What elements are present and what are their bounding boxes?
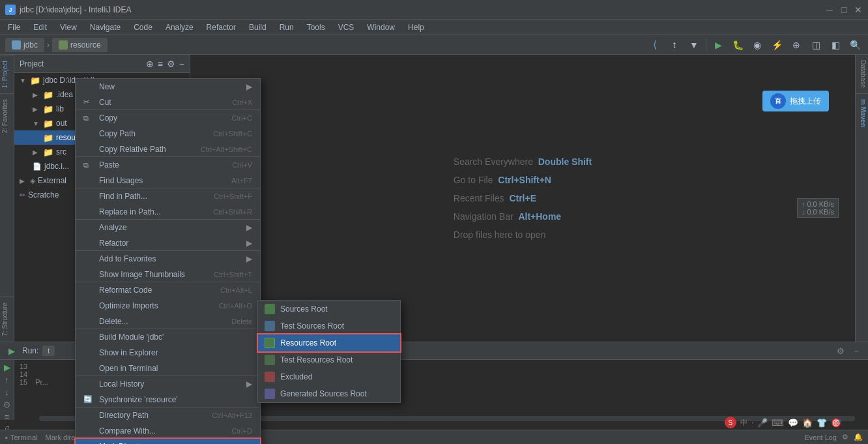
menu-view[interactable]: View <box>55 22 82 33</box>
toolbar-search-btn-3[interactable]: 🔍 <box>847 37 863 53</box>
resources-label: Resources Root <box>280 338 336 348</box>
panel-title: Project <box>20 59 142 68</box>
panel-collapse-btn[interactable]: ≡ <box>158 59 163 69</box>
test-resources-label: Test Resources Root <box>280 355 353 364</box>
ctx-cut[interactable]: ✂ Cut Ctrl+X <box>76 95 260 110</box>
ctx-copy-rel-path[interactable]: Copy Relative Path Ctrl+Alt+Shift+C <box>76 141 260 157</box>
hint4-label: Navigation Bar <box>454 211 514 222</box>
run-up-btn[interactable]: ↑ <box>1 375 14 385</box>
database-tab[interactable]: Database <box>856 55 868 94</box>
icon-s[interactable]: S <box>725 417 736 428</box>
toolbar-dropdown-btn[interactable]: ▼ <box>686 37 702 53</box>
toolbar-settings-btn[interactable]: t <box>667 37 682 53</box>
ctx-reformat[interactable]: Reformat Code Ctrl+Alt+L <box>76 282 260 298</box>
ctx-mark-dir[interactable]: ⧈ Mark Directory as ▶ <box>76 439 260 444</box>
submenu-excluded[interactable]: Excluded <box>258 368 400 385</box>
icon-dot[interactable]: · <box>751 419 753 426</box>
ctx-refactor[interactable]: Refactor ▶ <box>76 235 260 251</box>
icon-home[interactable]: 🏠 <box>802 418 813 428</box>
ctx-copy[interactable]: ⧉ Copy Ctrl+C <box>76 110 260 126</box>
ctx-terminal[interactable]: Open in Terminal <box>76 361 260 376</box>
close-button[interactable]: ✕ <box>854 5 863 14</box>
toolbar-search-btn-2[interactable]: ⊕ <box>788 37 804 53</box>
event-log-label[interactable]: Event Log <box>804 434 837 441</box>
icon-target[interactable]: 🎯 <box>831 418 841 428</box>
menu-edit[interactable]: Edit <box>28 22 52 33</box>
ctx-sync[interactable]: 🔄 Synchronize 'resource' <box>76 392 260 407</box>
menu-run[interactable]: Run <box>274 22 299 33</box>
menu-navigate[interactable]: Navigate <box>85 22 126 33</box>
toolbar-run-btn[interactable]: ▶ <box>710 37 726 53</box>
terminal-tab[interactable]: ▪ Terminal <box>5 434 37 441</box>
tab-jdbc-label: jdbc <box>23 40 38 50</box>
run-down-btn[interactable]: ↓ <box>1 387 14 397</box>
icon-shirt[interactable]: 👕 <box>817 418 827 428</box>
run-side-panel: ▶ ↑ ↓ ⊙ ≡ 🖨 <box>0 360 14 420</box>
menu-file[interactable]: File <box>3 22 25 33</box>
minimize-button[interactable]: ─ <box>825 5 834 14</box>
ctx-local-history[interactable]: Local History ▶ <box>76 376 260 392</box>
icon-chinese[interactable]: 中 <box>740 418 747 428</box>
folder-icon-2 <box>59 40 68 50</box>
icon-chat[interactable]: 💬 <box>788 418 798 428</box>
submenu-generated[interactable]: Generated Sources Root <box>258 385 400 402</box>
toolbar-build-btn[interactable]: ◫ <box>808 37 824 53</box>
ctx-paste[interactable]: ⧉ Paste Ctrl+V <box>76 157 260 173</box>
ctx-analyze[interactable]: Analyze ▶ <box>76 220 260 235</box>
toolbar-back-btn[interactable]: ⟨ <box>647 37 663 53</box>
left-sidebar: 1: Project 2: Favorites 7: Structure <box>0 55 14 342</box>
menu-window[interactable]: Window <box>362 22 400 33</box>
favorites-tab-left[interactable]: 2: Favorites <box>0 93 14 138</box>
maximize-button[interactable]: □ <box>839 5 848 14</box>
external-label: External <box>38 176 66 185</box>
menu-vcs[interactable]: VCS <box>333 22 360 33</box>
ctx-optimize[interactable]: Optimize Imports Ctrl+Alt+O <box>76 298 260 314</box>
run-record-btn[interactable]: ⊙ <box>1 400 14 409</box>
run-settings-btn[interactable]: ⚙ <box>834 344 847 357</box>
structure-tab-left[interactable]: 7: Structure <box>0 297 14 342</box>
run-collapse-btn[interactable]: ≡ <box>1 412 14 422</box>
submenu-test-resources-root[interactable]: Test Resources Root <box>258 351 400 368</box>
panel-add-btn[interactable]: ⊕ <box>146 59 154 69</box>
toolbar-run2-btn[interactable]: ◧ <box>828 37 843 53</box>
run-play-btn[interactable]: ▶ <box>5 344 18 357</box>
menu-build[interactable]: Build <box>244 22 272 33</box>
menu-tools[interactable]: Tools <box>302 22 330 33</box>
maven-tab[interactable]: m Maven <box>856 94 868 132</box>
ctx-replace-path[interactable]: Replace in Path... Ctrl+Shift+R <box>76 204 260 220</box>
menu-analyze[interactable]: Analyze <box>160 22 199 33</box>
notifications-icon[interactable]: 🔔 <box>854 433 863 441</box>
run-close-btn[interactable]: − <box>850 344 863 357</box>
tab-jdbc[interactable]: jdbc <box>5 38 44 52</box>
toolbar-coverage-btn[interactable]: ◉ <box>749 37 765 53</box>
ctx-dir-path[interactable]: Directory Path Ctrl+Alt+F12 <box>76 407 260 423</box>
menu-refactor[interactable]: Refactor <box>201 22 241 33</box>
icon-keyboard[interactable]: ⌨ <box>772 418 784 428</box>
upload-button[interactable]: 百 拖拽上传 <box>762 91 829 111</box>
project-tab[interactable]: 1: Project <box>0 55 14 93</box>
tab-resource[interactable]: resource <box>52 38 108 52</box>
ctx-find-path[interactable]: Find in Path... Ctrl+Shift+F <box>76 188 260 204</box>
panel-settings-btn[interactable]: ⚙ <box>167 59 175 69</box>
ctx-build[interactable]: Build Module 'jdbc' <box>76 329 260 345</box>
ctx-compare[interactable]: Compare With... Ctrl+D <box>76 423 260 439</box>
toolbar-profiler-btn[interactable]: ⚡ <box>769 37 785 53</box>
ctx-thumbnails[interactable]: Show Image Thumbnails Ctrl+Shift+T <box>76 267 260 282</box>
ctx-delete[interactable]: Delete... Delete <box>76 314 260 329</box>
ctx-new[interactable]: New ▶ <box>76 79 260 95</box>
ctx-favorites[interactable]: Add to Favorites ▶ <box>76 251 260 267</box>
icon-mic[interactable]: 🎤 <box>757 418 768 428</box>
submenu-test-sources-root[interactable]: Test Sources Root <box>258 318 400 334</box>
submenu-sources-root[interactable]: Sources Root <box>258 301 400 318</box>
toolbar-debug-btn[interactable]: 🐛 <box>730 37 745 53</box>
menu-code[interactable]: Code <box>128 22 158 33</box>
settings-icon[interactable]: ⚙ <box>842 433 848 441</box>
ctx-find-usages[interactable]: Find Usages Alt+F7 <box>76 173 260 188</box>
run-side-play[interactable]: ▶ <box>1 363 14 372</box>
src-label: src <box>56 147 66 156</box>
ctx-copy-path[interactable]: Copy Path Ctrl+Shift+C <box>76 126 260 141</box>
panel-close-btn[interactable]: − <box>179 59 184 69</box>
submenu-resources-root[interactable]: Resources Root <box>258 334 400 351</box>
menu-help[interactable]: Help <box>403 22 429 33</box>
ctx-explorer[interactable]: Show in Explorer <box>76 345 260 361</box>
